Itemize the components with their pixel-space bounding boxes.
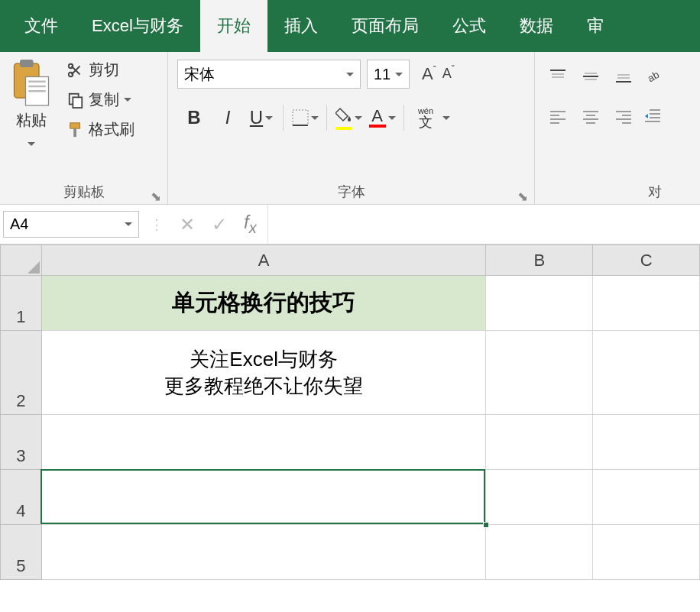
chevron-down-icon (28, 142, 35, 146)
align-top-button[interactable] (544, 61, 572, 92)
align-center-icon (582, 108, 600, 124)
svg-rect-5 (28, 90, 46, 92)
menu-review[interactable]: 审 (570, 0, 621, 52)
select-all-corner[interactable] (1, 245, 42, 276)
orientation-button[interactable]: ab (642, 61, 663, 92)
align-middle-icon (582, 69, 600, 84)
caret-down-icon: ˇ (452, 64, 455, 75)
name-box[interactable]: A4 (3, 211, 139, 238)
row-header-1[interactable]: 1 (1, 276, 42, 331)
cell-C5[interactable] (593, 525, 700, 580)
dialog-launcher-icon[interactable]: ⬊ (151, 189, 161, 199)
row-header-3[interactable]: 3 (1, 415, 42, 470)
border-button[interactable] (288, 101, 322, 134)
cell-A2-line2: 更多教程绝不让你失望 (45, 373, 482, 400)
row-header-2[interactable]: 2 (1, 331, 42, 415)
border-icon (292, 109, 309, 126)
font-size-value: 11 (374, 66, 391, 83)
decrease-indent-icon (643, 108, 662, 125)
cell-A3[interactable] (41, 415, 485, 470)
menu-page-layout[interactable]: 页面布局 (335, 0, 436, 52)
align-left-button[interactable] (544, 101, 572, 131)
cell-B5[interactable] (486, 525, 593, 580)
svg-rect-3 (28, 81, 46, 83)
grip-icon: ⋮ (150, 216, 163, 233)
formula-input[interactable] (267, 205, 700, 244)
orientation-icon: ab (643, 69, 662, 84)
cell-B2[interactable] (486, 331, 593, 415)
svg-rect-11 (73, 128, 76, 137)
format-painter-icon (67, 121, 84, 138)
chevron-down-icon (388, 116, 396, 120)
align-right-icon (614, 108, 633, 124)
fill-color-button[interactable] (332, 101, 365, 134)
column-header-C[interactable]: C (593, 245, 700, 276)
cancel-formula-button[interactable]: ✕ (180, 214, 195, 235)
menu-formulas[interactable]: 公式 (436, 0, 503, 52)
menu-insert[interactable]: 插入 (267, 0, 335, 52)
align-bottom-button[interactable] (610, 61, 638, 92)
separator (283, 105, 284, 131)
cut-button[interactable]: 剪切 (64, 58, 138, 82)
bold-button[interactable]: B (177, 101, 211, 134)
menu-bar: 文件 Excel与财务 开始 插入 页面布局 公式 数据 审 (0, 0, 700, 52)
increase-font-button[interactable]: Aˆ (422, 64, 436, 84)
decrease-indent-button[interactable] (642, 101, 663, 131)
cell-A4[interactable] (41, 470, 485, 525)
row-header-5[interactable]: 5 (1, 525, 42, 580)
align-center-button[interactable] (577, 101, 605, 131)
svg-rect-10 (70, 122, 80, 128)
enter-formula-button[interactable]: ✓ (212, 214, 227, 235)
cell-C2[interactable] (593, 331, 700, 415)
decrease-font-button[interactable]: Aˇ (442, 64, 455, 84)
dialog-launcher-icon[interactable]: ⬊ (517, 189, 528, 199)
format-painter-button[interactable]: 格式刷 (64, 118, 138, 141)
chevron-down-icon (355, 116, 362, 120)
svg-rect-1 (20, 60, 34, 67)
chevron-down-icon (311, 116, 319, 120)
caret-up-icon: ˆ (433, 65, 436, 76)
copy-icon (67, 92, 84, 108)
menu-custom[interactable]: Excel与财务 (75, 0, 200, 52)
cell-A5[interactable] (41, 525, 485, 580)
font-group-label: 字体 (338, 184, 365, 199)
align-top-icon (549, 69, 567, 84)
font-name-combo[interactable]: 宋体 (177, 60, 361, 89)
align-right-button[interactable] (610, 101, 638, 131)
row-header-4[interactable]: 4 (1, 470, 42, 525)
paste-button[interactable]: 粘贴 (5, 57, 58, 180)
menu-data[interactable]: 数据 (503, 0, 570, 52)
ribbon-group-clipboard: 粘贴 剪切 复制 格式刷 剪贴板⬊ (0, 52, 168, 204)
formula-bar-row: A4 ⋮ ✕ ✓ fx (0, 205, 700, 244)
chevron-down-icon[interactable] (442, 116, 450, 120)
separator (326, 105, 327, 131)
phonetic-guide-button[interactable]: wén 文 (409, 101, 442, 134)
cell-A2[interactable]: 关注Excel与财务 更多教程绝不让你失望 (41, 331, 485, 415)
cell-A1[interactable]: 单元格换行的技巧 (41, 276, 485, 331)
font-color-button[interactable]: A (365, 101, 399, 134)
italic-button[interactable]: I (211, 101, 245, 134)
ribbon: 粘贴 剪切 复制 格式刷 剪贴板⬊ (0, 52, 700, 205)
menu-file[interactable]: 文件 (8, 0, 75, 52)
underline-button[interactable]: U (245, 101, 278, 134)
cell-C4[interactable] (593, 470, 700, 525)
cell-B4[interactable] (486, 470, 593, 525)
align-middle-button[interactable] (577, 61, 605, 92)
menu-home[interactable]: 开始 (200, 0, 267, 52)
svg-text:ab: ab (646, 69, 661, 84)
cell-C3[interactable] (593, 415, 700, 470)
column-header-A[interactable]: A (41, 245, 485, 276)
cell-B1[interactable] (486, 276, 593, 331)
cell-B3[interactable] (486, 415, 593, 470)
column-header-B[interactable]: B (486, 245, 593, 276)
font-size-combo[interactable]: 11 (367, 60, 410, 89)
chevron-down-icon (346, 73, 354, 76)
paste-icon (12, 60, 50, 105)
cell-C1[interactable] (593, 276, 700, 331)
copy-button[interactable]: 复制 (64, 88, 138, 112)
alignment-group-label: 对 (648, 184, 662, 199)
insert-function-button[interactable]: fx (244, 212, 257, 237)
paint-bucket-icon (335, 105, 352, 130)
svg-rect-12 (293, 110, 308, 125)
fill-handle[interactable] (483, 522, 489, 528)
